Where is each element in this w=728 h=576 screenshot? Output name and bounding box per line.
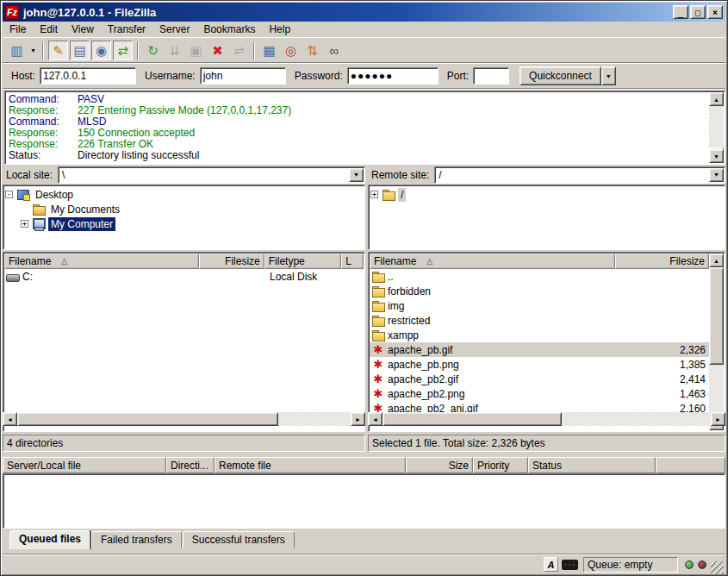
local-site-combo[interactable]: \ ▼ — [58, 166, 365, 184]
file-row-apache-pb2-png[interactable]: ✱apache_pb2.png1,463 — [370, 386, 709, 401]
column-header-filesize[interactable]: Filesize — [199, 254, 264, 269]
password-input[interactable] — [347, 67, 439, 85]
menu-edit[interactable]: Edit — [33, 22, 65, 37]
tree-expander-icon[interactable]: + — [370, 191, 378, 198]
scroll-left-icon[interactable]: ◄ — [3, 412, 17, 426]
host-input[interactable] — [40, 67, 136, 85]
file-name-label: apache_pb.gif — [388, 344, 452, 356]
menu-view[interactable]: View — [65, 22, 101, 37]
scroll-up-icon[interactable]: ▲ — [709, 92, 724, 106]
column-header-filetype[interactable]: Filetype — [264, 254, 341, 269]
queueview-toggle-icon[interactable]: ⇄ — [113, 41, 133, 60]
folder-icon — [371, 329, 385, 341]
scrollbar-thumb[interactable] — [709, 267, 724, 365]
remote-pane: Remote site: / ▼ +/ Filename△Filesize ..… — [368, 165, 725, 453]
column-header-label: Server/Local file — [7, 460, 81, 472]
scroll-left-icon[interactable]: ◄ — [368, 412, 383, 426]
file-row-forbidden[interactable]: forbidden — [370, 284, 709, 298]
tree-expander-icon[interactable]: - — [5, 191, 13, 198]
remote-site-combo[interactable]: / ▼ — [434, 166, 725, 184]
column-header-size[interactable]: Size — [406, 457, 473, 473]
scrollbar-thumb[interactable] — [17, 412, 278, 426]
remote-treeview-toggle-icon[interactable]: ◉ — [91, 41, 111, 60]
scroll-down-icon[interactable]: ▼ — [709, 149, 724, 163]
message-log-toggle-icon[interactable]: ✎ — [48, 41, 68, 60]
menu-transfer[interactable]: Transfer — [101, 22, 152, 37]
remote-horizontal-scrollbar[interactable]: ◄► — [368, 412, 725, 426]
file-row-c-[interactable]: C:Local Disk — [4, 269, 364, 284]
column-header-server-local-file[interactable]: Server/Local file — [3, 457, 166, 473]
file-row--[interactable]: .. — [370, 269, 709, 284]
column-header-blank[interactable] — [656, 457, 725, 473]
remote-list-header: Filename△Filesize — [370, 254, 709, 269]
file-row-apache-pb-gif[interactable]: ✱apache_pb.gif2,326 — [370, 342, 709, 357]
username-input[interactable] — [200, 67, 286, 85]
data-type-indicator-icon[interactable]: A — [544, 557, 558, 572]
remote-vertical-scrollbar[interactable]: ▲▼ — [709, 254, 724, 430]
column-header-label: L — [345, 255, 352, 267]
file-name-cell: ✱apache_pb2.gif — [370, 373, 615, 385]
filter-icon[interactable]: ▦ — [259, 41, 279, 60]
disconnect-icon[interactable]: ✖ — [208, 41, 227, 60]
menu-help[interactable]: Help — [262, 22, 297, 37]
compare-icon[interactable]: ◎ — [281, 41, 301, 60]
find-icon[interactable]: ∞ — [324, 41, 344, 60]
folder-icon — [382, 189, 395, 201]
scroll-right-icon[interactable]: ► — [351, 412, 365, 426]
tree-item-desktop[interactable]: -Desktop — [5, 187, 364, 202]
column-header-directi-[interactable]: Directi... — [166, 457, 215, 473]
column-header-filename[interactable]: Filename△ — [4, 254, 199, 269]
file-name-label: C: — [22, 271, 33, 283]
queue-body — [3, 473, 725, 529]
column-header-filename[interactable]: Filename△ — [370, 254, 615, 269]
queue-tabs: Queued filesFailed transfersSuccessful t… — [3, 530, 725, 552]
tab-successful-transfers[interactable]: Successful transfers — [183, 531, 295, 548]
site-manager-dropdown[interactable]: ▼ — [28, 41, 39, 60]
tree-item--[interactable]: +/ — [370, 187, 725, 202]
indicator-badge-icon[interactable]: ··· — [562, 560, 578, 570]
file-name-cell: ✱apache_pb.png — [370, 359, 615, 371]
column-header-priority[interactable]: Priority — [473, 457, 528, 473]
local-treeview-toggle-icon[interactable]: ▤ — [70, 41, 90, 60]
scrollbar-thumb[interactable] — [383, 412, 562, 426]
port-input[interactable] — [473, 67, 509, 85]
column-header-l[interactable]: L — [341, 254, 364, 269]
resize-grip[interactable] — [711, 561, 724, 574]
file-row-xampp[interactable]: xampp — [370, 328, 709, 342]
tree-item-my-computer[interactable]: +My Computer — [5, 216, 364, 231]
menu-server[interactable]: Server — [152, 22, 196, 37]
tree-item-label: My Documents — [48, 203, 122, 216]
local-horizontal-scrollbar[interactable]: ◄► — [3, 412, 365, 426]
minimize-button[interactable]: _ — [673, 5, 688, 19]
menu-bookmarks[interactable]: Bookmarks — [196, 22, 262, 37]
refresh-icon[interactable]: ↻ — [143, 41, 163, 60]
tab-failed-transfers[interactable]: Failed transfers — [91, 531, 182, 548]
column-header-status[interactable]: Status — [528, 457, 656, 473]
file-row-apache-pb2-gif[interactable]: ✱apache_pb2.gif2,414 — [370, 372, 709, 386]
menu-file[interactable]: File — [3, 22, 33, 37]
file-row-restricted[interactable]: restricted — [370, 313, 709, 328]
scroll-up-icon[interactable]: ▲ — [709, 254, 724, 267]
tree-item-my-documents[interactable]: My Documents — [5, 202, 364, 216]
column-header-filesize[interactable]: Filesize — [615, 254, 709, 269]
column-header-remote-file[interactable]: Remote file — [215, 457, 406, 473]
scroll-right-icon[interactable]: ► — [711, 412, 725, 426]
message-log-scrollbar[interactable]: ▲▼ — [709, 92, 724, 163]
site-manager-icon[interactable]: ▥ — [7, 41, 27, 60]
sync-browsing-icon[interactable]: ⇅ — [302, 41, 322, 60]
local-site-dropdown-icon[interactable]: ▼ — [349, 168, 364, 182]
close-button[interactable]: × — [707, 5, 723, 19]
file-row-img[interactable]: img — [370, 298, 709, 313]
quickconnect-button[interactable]: Quickconnect — [520, 66, 601, 85]
title-bar[interactable]: Fz john@127.0.0.1 - FileZilla _ □ × — [3, 3, 725, 22]
file-name-label: img — [388, 300, 404, 312]
toolbar: ▥▼✎▤◉⇄↻⇊▣✖⇌▦◎⇅∞ — [3, 39, 725, 63]
tab-queued-files[interactable]: Queued files — [9, 530, 90, 549]
file-size-cell: 2,414 — [615, 373, 709, 385]
file-row-apache-pb-png[interactable]: ✱apache_pb.png1,385 — [370, 357, 709, 372]
quickconnect-dropdown-icon[interactable]: ▼ — [601, 66, 616, 85]
tree-expander-icon[interactable]: + — [21, 220, 28, 228]
filezilla-app-icon[interactable]: Fz — [5, 5, 19, 19]
maximize-button[interactable]: □ — [690, 5, 706, 19]
remote-site-dropdown-icon[interactable]: ▼ — [709, 168, 724, 182]
